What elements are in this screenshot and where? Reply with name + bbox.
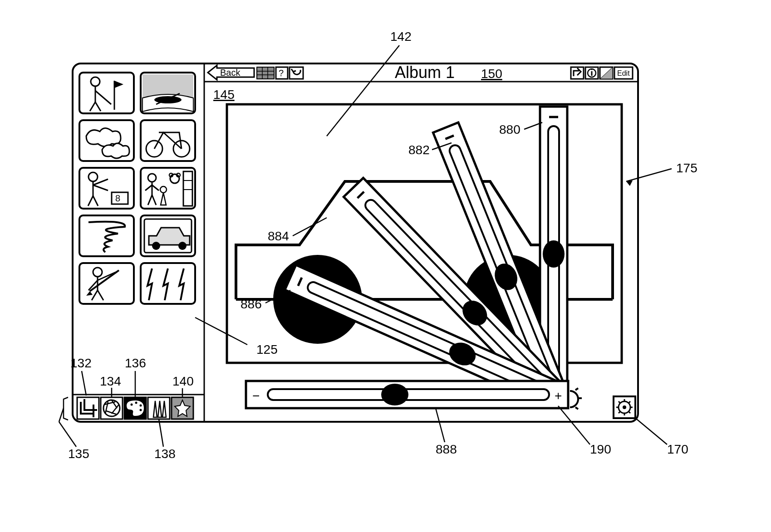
svg-point-27 (154, 96, 182, 103)
page-title: Album 1 (395, 63, 455, 82)
back-button[interactable]: Back (208, 65, 254, 80)
svg-point-59 (152, 242, 160, 250)
svg-text:8: 8 (115, 193, 120, 203)
palette-icon[interactable] (124, 397, 146, 419)
svg-text:?: ? (279, 68, 284, 78)
thumb-tornado[interactable] (79, 215, 134, 256)
thumb-golfer[interactable] (79, 73, 134, 113)
ref-886: 886 (241, 297, 262, 311)
ref-125: 125 (256, 342, 278, 356)
thumb-photographer[interactable]: 8 (79, 168, 134, 209)
edit-button-label: Edit (617, 69, 630, 77)
svg-point-82 (140, 405, 142, 407)
brushes-icon[interactable] (148, 397, 170, 419)
ref-132: 132 (70, 356, 92, 370)
app-window: Back ? Album 1 150 (73, 63, 638, 422)
svg-rect-2 (257, 67, 274, 79)
ref-888: 888 (436, 442, 457, 456)
svg-point-112 (623, 405, 626, 409)
thumb-rockstar[interactable] (79, 263, 134, 304)
aperture-icon[interactable] (101, 397, 123, 419)
ref-150: 150 (481, 67, 502, 81)
settings-icon[interactable] (614, 396, 635, 418)
bottom-toolbar (73, 395, 204, 419)
ref-190: 190 (590, 442, 611, 456)
info-icon[interactable] (585, 67, 598, 79)
svg-line-136 (59, 408, 64, 422)
thumb-family[interactable] (141, 168, 195, 209)
contrast-icon[interactable] (600, 67, 613, 79)
effects-icon[interactable] (172, 397, 193, 419)
svg-line-137 (59, 422, 76, 447)
slider-888[interactable]: − + (246, 381, 568, 408)
ref-136: 136 (125, 356, 146, 370)
ref-170: 170 (667, 442, 688, 456)
ref-142: 142 (390, 29, 412, 44)
svg-rect-61 (79, 263, 134, 304)
svg-point-60 (178, 242, 187, 250)
crop-icon[interactable] (77, 397, 99, 419)
ref-884: 884 (268, 229, 289, 243)
svg-point-83 (140, 409, 142, 411)
thumb-clouds[interactable] (79, 120, 134, 161)
ref-880: 880 (499, 122, 521, 137)
ref-145: 145 (213, 88, 235, 102)
share-icon[interactable] (571, 67, 584, 79)
edit-button[interactable]: Edit (614, 67, 633, 79)
svg-point-109 (381, 384, 408, 405)
slider-plus: + (555, 389, 562, 403)
ref-135: 135 (68, 447, 89, 461)
ref-882: 882 (408, 143, 430, 157)
thumb-kayak[interactable] (141, 73, 195, 113)
thumb-car-selected[interactable] (141, 215, 195, 256)
slider-minus: − (252, 389, 260, 403)
svg-line-135 (159, 419, 163, 447)
undo-icon[interactable] (290, 67, 303, 79)
ref-140: 140 (172, 374, 194, 388)
grid-icon[interactable] (257, 67, 274, 79)
svg-point-14 (591, 69, 593, 70)
help-icon[interactable]: ? (276, 67, 288, 79)
svg-point-80 (131, 404, 133, 406)
thumb-lightning[interactable] (141, 263, 195, 304)
svg-point-94 (543, 240, 565, 268)
thumb-bicycle[interactable] (141, 120, 195, 161)
back-button-label: Back (220, 68, 241, 78)
svg-line-130 (634, 417, 667, 444)
svg-rect-53 (183, 171, 192, 206)
svg-point-81 (135, 402, 138, 404)
svg-rect-18 (79, 73, 134, 113)
ref-134: 134 (100, 374, 121, 388)
ref-175: 175 (676, 161, 697, 175)
ref-138: 138 (154, 447, 176, 461)
